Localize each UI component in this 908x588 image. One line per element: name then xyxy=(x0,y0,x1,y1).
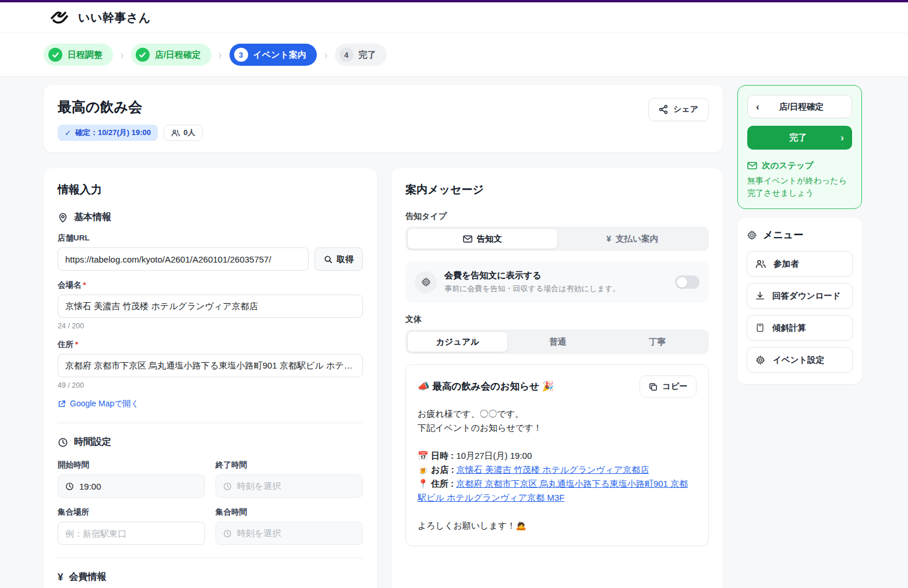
basic-section-title: 基本情報 xyxy=(74,211,111,224)
yen-icon: ¥ xyxy=(606,234,611,243)
menu-item-label: 回答ダウンロード xyxy=(772,291,841,302)
address-line-label: 住所 : xyxy=(431,479,454,488)
google-map-link[interactable]: Google Mapで開く xyxy=(58,399,139,409)
complete-button[interactable]: 完了 › xyxy=(747,126,852,150)
meet-place-label: 集合場所 xyxy=(58,507,205,518)
event-header-card: 最高の飲み会 ✓ 確定：10/27(月) 19:00 0人 xyxy=(44,85,723,153)
shop-label: お店 : xyxy=(431,465,454,474)
step-label: 完了 xyxy=(359,49,376,61)
clock-icon xyxy=(223,529,232,538)
fee-toggle-switch[interactable] xyxy=(675,275,699,289)
participant-count-badge: 0人 xyxy=(164,125,203,141)
tab-label: 支払い案内 xyxy=(616,233,658,245)
menu-item-download[interactable]: 回答ダウンロード xyxy=(747,283,853,309)
menu-item-tilt-calc[interactable]: 傾斜計算 xyxy=(747,315,853,341)
fee-section-title: 会費情報 xyxy=(69,571,106,583)
back-to-venue-button[interactable]: ‹ 店/日程確定 xyxy=(747,95,852,118)
style-tabs: カジュアル 普通 丁寧 xyxy=(405,330,709,354)
gear-icon xyxy=(755,355,765,365)
end-time-picker[interactable]: 時刻を選択 xyxy=(215,474,363,498)
meet-place-input[interactable] xyxy=(58,522,205,545)
gear-icon xyxy=(747,230,757,240)
tab-polite[interactable]: 丁寧 xyxy=(607,331,707,352)
calculator-icon xyxy=(755,323,765,332)
check-icon xyxy=(48,48,62,62)
step-venue-confirm[interactable]: 店/日程確定 xyxy=(131,44,211,66)
datetime-label: 日時 : xyxy=(431,451,454,461)
chevron-right-icon: › xyxy=(840,133,844,143)
meet-time-picker[interactable]: 時刻を選択 xyxy=(215,522,363,545)
menu-card: メニュー 参加者 回答ダウンロード 傾斜計算 xyxy=(737,218,862,384)
menu-item-label: 参加者 xyxy=(773,258,799,270)
tab-label: 丁寧 xyxy=(649,336,666,348)
menu-item-event-settings[interactable]: イベント設定 xyxy=(747,347,853,373)
message-closing: よろしくお願いします！🙇 xyxy=(418,519,697,533)
next-step-text: 無事イベントが終わったら完了させましょう xyxy=(747,175,852,199)
style-label: 文体 xyxy=(405,314,709,325)
share-icon xyxy=(659,105,668,114)
shop-url-input[interactable] xyxy=(58,247,309,271)
fee-display-toggle-card: 会費を告知文に表示する 事前に会費を告知・回収する場合は有効にします。 xyxy=(405,261,709,303)
venue-input[interactable] xyxy=(58,295,363,318)
confirmed-date-text: 確定：10/27(月) 19:00 xyxy=(75,127,151,138)
notice-type-label: 告知タイプ xyxy=(405,211,709,222)
fetch-label: 取得 xyxy=(337,254,354,265)
yen-icon: ¥ xyxy=(58,572,63,583)
download-icon xyxy=(755,291,765,300)
message-greeting-2: 下記イベントのお知らせです！ xyxy=(418,421,697,435)
clock-icon xyxy=(58,437,68,448)
tab-payment-guide[interactable]: ¥ 支払い案内 xyxy=(558,228,708,249)
toggle-knob xyxy=(677,277,687,288)
step-complete[interactable]: 4 完了 xyxy=(335,44,387,66)
progress-steps: 日程調整 › 店/日程確定 › 3 イベント案内 › 4 完了 xyxy=(0,33,908,77)
message-heading: 📣 最高の飲み会のお知らせ 🎉 xyxy=(418,376,554,393)
app-logo-icon[interactable] xyxy=(49,9,70,26)
step-nav-card: ‹ 店/日程確定 完了 › 次のステップ 無事イベントが終わったら完了させましょ… xyxy=(737,85,862,209)
message-panel-title: 案内メッセージ xyxy=(405,182,709,197)
start-time-picker[interactable]: 19:00 xyxy=(58,474,205,498)
notice-type-tabs: 告知文 ¥ 支払い案内 xyxy=(405,226,709,251)
pushpin-icon: 📍 xyxy=(418,479,429,488)
search-icon xyxy=(324,255,333,264)
check-icon: ✓ xyxy=(65,129,71,137)
address-link[interactable]: 京都府 京都市下京区 烏丸通塩小路下る東塩小路町901 京都駅ビル ホテルグラン… xyxy=(418,479,688,502)
end-time-placeholder: 時刻を選択 xyxy=(237,481,281,492)
envelope-icon xyxy=(747,162,757,169)
calendar-icon: 📅 xyxy=(418,451,429,461)
end-time-label: 終了時間 xyxy=(215,460,363,470)
info-form-title: 情報入力 xyxy=(58,182,363,197)
copy-button[interactable]: コピー xyxy=(640,376,697,398)
message-greeting-1: お疲れ様です、〇〇です。 xyxy=(418,407,697,421)
share-button[interactable]: シェア xyxy=(648,98,709,121)
tab-normal[interactable]: 普通 xyxy=(508,331,607,352)
fetch-button[interactable]: 取得 xyxy=(315,247,363,271)
share-label: シェア xyxy=(673,104,698,115)
google-map-link-label: Google Mapで開く xyxy=(70,399,139,409)
divider xyxy=(58,423,363,423)
address-input[interactable] xyxy=(58,354,363,377)
meet-time-placeholder: 時刻を選択 xyxy=(237,528,281,539)
back-button-label: 店/日程確定 xyxy=(759,101,843,112)
shop-url-label: 店舗URL xyxy=(58,233,363,243)
menu-item-label: 傾斜計算 xyxy=(772,323,806,334)
step-label: イベント案内 xyxy=(253,49,306,61)
clock-icon xyxy=(65,482,74,491)
tab-notice-text[interactable]: 告知文 xyxy=(407,228,558,249)
menu-title: メニュー xyxy=(763,228,803,242)
fee-toggle-title: 会費を告知文に表示する xyxy=(444,270,667,281)
event-title: 最高の飲み会 xyxy=(58,98,203,116)
next-step-title: 次のステップ xyxy=(762,160,814,171)
envelope-icon xyxy=(463,235,472,243)
step-event-guide[interactable]: 3 イベント案内 xyxy=(229,44,317,66)
tab-label: 普通 xyxy=(549,336,566,348)
tab-casual[interactable]: カジュアル xyxy=(407,331,508,352)
menu-item-participants[interactable]: 参加者 xyxy=(747,251,853,277)
start-time-label: 開始時間 xyxy=(58,460,205,470)
shop-link[interactable]: 京懐石 美濃吉 竹茂楼 ホテルグランヴィア京都店 xyxy=(457,465,649,474)
fee-toggle-subtitle: 事前に会費を告知・回収する場合は有効にします。 xyxy=(444,284,667,294)
external-link-icon xyxy=(58,400,66,408)
copy-label: コピー xyxy=(662,381,687,392)
venue-label: 会場名 xyxy=(58,281,82,289)
step-schedule[interactable]: 日程調整 xyxy=(44,44,113,66)
participant-count-text: 0人 xyxy=(183,127,195,138)
